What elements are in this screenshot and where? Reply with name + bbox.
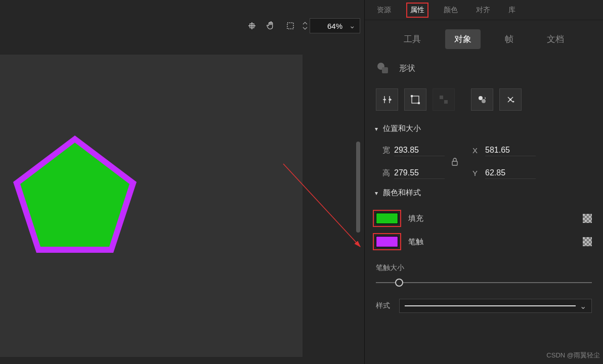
tab-resources[interactable]: 资源 — [374, 4, 394, 17]
break-apart-button[interactable] — [499, 88, 522, 111]
scale-corners-button[interactable] — [404, 88, 426, 111]
svg-point-15 — [482, 99, 486, 103]
shape-label: 形状 — [399, 63, 415, 74]
stroke-style-select[interactable]: ⌄ — [399, 299, 592, 313]
panel-scrollbar[interactable] — [599, 0, 602, 364]
stroke-style-row: 样式 ⌄ — [365, 290, 603, 322]
position-grid: 宽 293.85 X 581.65 高 279.55 Y 62.85 — [365, 138, 603, 184]
section-color-style[interactable]: ▾ 颜色和样式 — [365, 184, 603, 202]
zoom-control[interactable]: 64% ⌄ — [303, 18, 360, 33]
x-label: X — [465, 146, 485, 155]
zoom-stepper[interactable] — [303, 21, 308, 30]
stroke-swatch[interactable] — [376, 236, 398, 247]
y-input[interactable]: 62.85 — [485, 167, 536, 179]
svg-rect-12 — [440, 96, 443, 99]
zoom-up-icon[interactable] — [303, 21, 308, 25]
svg-rect-13 — [444, 100, 448, 104]
svg-rect-18 — [452, 161, 457, 165]
height-label: 高 — [378, 168, 394, 178]
chevron-down-icon: ▾ — [375, 125, 378, 132]
height-input[interactable]: 279.55 — [394, 167, 445, 179]
subtab-frame[interactable]: 帧 — [496, 29, 523, 49]
style-label: 样式 — [376, 301, 390, 310]
width-label: 宽 — [378, 146, 394, 155]
panel-top-tabs: 资源 属性 颜色 对齐 库 — [365, 0, 603, 20]
svg-rect-3 — [287, 23, 293, 29]
fill-label: 填充 — [408, 214, 423, 223]
svg-point-17 — [513, 101, 514, 103]
transparency-icon[interactable] — [583, 214, 592, 223]
canvas-stage[interactable] — [0, 55, 303, 357]
canvas-scrollbar[interactable] — [356, 142, 360, 233]
pentagon-shape[interactable] — [11, 133, 139, 255]
fill-swatch[interactable] — [376, 213, 398, 224]
tab-library[interactable]: 库 — [505, 4, 519, 17]
slider-thumb[interactable] — [395, 279, 403, 287]
zoom-combo[interactable]: 64% ⌄ — [310, 18, 360, 33]
tab-properties[interactable]: 属性 — [406, 3, 428, 18]
zoom-down-icon[interactable] — [303, 26, 308, 30]
object-sub-tabs: 工具 对象 帧 文档 — [365, 20, 603, 54]
stroke-style-preview — [405, 305, 576, 306]
shape-icon — [376, 61, 390, 75]
chevron-down-icon: ⌄ — [580, 301, 586, 311]
swap-colors-button[interactable] — [471, 88, 493, 111]
fill-row: 填充 — [373, 207, 595, 230]
canvas-toolbar: 64% ⌄ — [245, 18, 360, 33]
disabled-tool-button — [433, 88, 455, 111]
subtab-tool[interactable]: 工具 — [395, 29, 430, 49]
shape-tool-row — [365, 86, 603, 120]
width-input[interactable]: 293.85 — [394, 145, 445, 156]
svg-rect-10 — [411, 95, 413, 97]
subtab-object[interactable]: 对象 — [445, 29, 481, 49]
x-input[interactable]: 581.65 — [485, 145, 536, 156]
canvas-area: 64% ⌄ — [0, 0, 364, 364]
hand-tool-icon[interactable] — [264, 19, 278, 33]
stroke-label: 笔触 — [408, 237, 423, 247]
crop-tool-icon[interactable] — [283, 19, 297, 33]
chevron-down-icon: ⌄ — [349, 21, 356, 30]
fill-swatch-highlight — [373, 210, 401, 227]
stroke-row: 笔触 — [373, 230, 595, 253]
properties-panel: 资源 属性 颜色 对齐 库 工具 对象 帧 文档 形状 ▾ — [364, 0, 603, 364]
center-align-icon[interactable] — [245, 19, 259, 33]
chevron-down-icon: ▾ — [375, 190, 378, 197]
section-position-size[interactable]: ▾ 位置和大小 — [365, 120, 603, 138]
y-label: Y — [465, 169, 485, 177]
subtab-document[interactable]: 文档 — [538, 29, 573, 49]
slider-track-line — [376, 282, 592, 283]
svg-rect-11 — [418, 102, 420, 104]
tab-align[interactable]: 对齐 — [473, 4, 493, 17]
stroke-size-section: 笔触大小 — [365, 258, 603, 290]
shape-row: 形状 — [365, 54, 603, 86]
svg-rect-8 — [382, 67, 388, 73]
svg-point-14 — [479, 96, 483, 100]
stroke-swatch-highlight — [373, 233, 401, 250]
svg-marker-5 — [20, 143, 130, 247]
section-title: 颜色和样式 — [383, 188, 421, 198]
svg-rect-9 — [412, 96, 419, 103]
flip-horizontal-button[interactable] — [376, 88, 398, 111]
svg-point-16 — [509, 99, 511, 101]
tab-colors[interactable]: 颜色 — [441, 4, 461, 17]
color-rows: 填充 笔触 — [365, 202, 603, 258]
transparency-icon[interactable] — [583, 237, 592, 246]
section-title: 位置和大小 — [383, 124, 421, 133]
lock-aspect-button[interactable] — [445, 157, 465, 166]
stroke-size-label: 笔触大小 — [376, 263, 592, 272]
stroke-size-slider[interactable] — [376, 278, 592, 288]
zoom-value: 64% — [327, 22, 342, 30]
